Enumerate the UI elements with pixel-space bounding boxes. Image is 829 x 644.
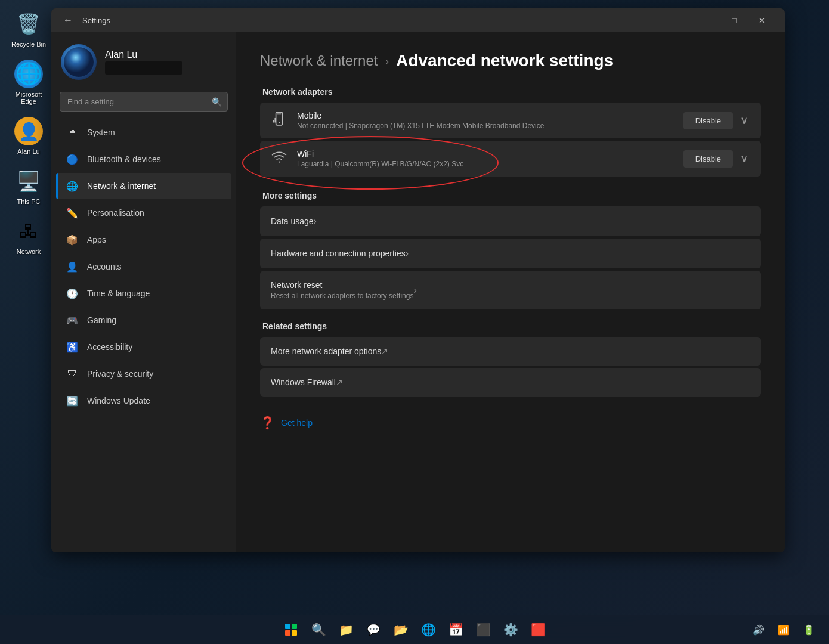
taskbar-right: 🔊 📶 🔋 bbox=[748, 617, 819, 643]
app-taskbar-button[interactable]: 🟥 bbox=[525, 617, 551, 643]
teams-button[interactable]: 💬 bbox=[360, 617, 386, 643]
personalisation-nav-icon: ✏️ bbox=[66, 206, 79, 219]
network-reset-subtitle: Reset all network adapters to factory se… bbox=[271, 292, 413, 300]
user-name: Alan Lu bbox=[105, 49, 182, 60]
breadcrumb: Network & internet › Advanced network se… bbox=[260, 51, 761, 70]
network-nav-icon: 🌐 bbox=[66, 179, 79, 193]
sidebar-item-accessibility[interactable]: ♿Accessibility bbox=[56, 334, 231, 360]
sidebar-item-bluetooth[interactable]: 🔵Bluetooth & devices bbox=[56, 146, 231, 172]
breadcrumb-separator: › bbox=[385, 54, 389, 68]
taskbar-center: 🔍 📁 💬 📂 🌐 📅 ⬛ ⚙️ � bbox=[278, 617, 551, 643]
user-avatar bbox=[61, 44, 97, 80]
network-label: Network bbox=[17, 248, 41, 255]
data-usage-chevron: › bbox=[314, 216, 317, 227]
desktop-icons-container: 🗑️ Recycle Bin 🌐 Microsoft Edge 👤 Alan L… bbox=[0, 0, 57, 265]
svg-point-2 bbox=[279, 122, 280, 123]
network-sys-icon[interactable]: 📶 bbox=[773, 617, 794, 643]
sidebar-item-personalisation[interactable]: ✏️Personalisation bbox=[56, 200, 231, 226]
recycle-bin-label: Recycle Bin bbox=[11, 41, 46, 48]
mobile-expand-button[interactable]: ∨ bbox=[738, 112, 750, 129]
terminal-button[interactable]: ⬛ bbox=[470, 617, 496, 643]
settings-row-network-reset[interactable]: Network reset Reset all network adapters… bbox=[260, 271, 761, 309]
accessibility-nav-icon: ♿ bbox=[66, 340, 79, 354]
search-input[interactable] bbox=[60, 92, 228, 112]
gaming-nav-icon: 🎮 bbox=[66, 314, 79, 327]
time-language-nav-icon: 🕐 bbox=[66, 287, 79, 300]
mobile-adapter-controls: Disable ∨ bbox=[683, 112, 750, 129]
privacy-security-nav-icon: 🛡 bbox=[66, 367, 79, 380]
mobile-adapter-desc: Not connected | Snapdragon (TM) X15 LTE … bbox=[297, 122, 674, 130]
svg-point-6 bbox=[279, 162, 280, 163]
teams-icon: 💬 bbox=[367, 623, 380, 636]
mobile-adapter-name: Mobile bbox=[297, 111, 674, 120]
minimize-button[interactable]: — bbox=[693, 11, 720, 30]
settings-row-hardware[interactable]: Hardware and connection properties › bbox=[260, 239, 761, 268]
firewall-info: Windows Firewall bbox=[271, 377, 336, 387]
search-taskbar-icon: 🔍 bbox=[311, 623, 326, 637]
wifi-adapter-info: WiFi Laguardia | Qualcomm(R) Wi-Fi B/G/N… bbox=[297, 149, 674, 168]
sidebar-item-label-gaming: Gaming bbox=[87, 315, 116, 325]
get-help-row[interactable]: ❓ Get help bbox=[260, 416, 761, 430]
terminal-icon: ⬛ bbox=[476, 623, 491, 637]
related-settings-label: Related settings bbox=[260, 321, 761, 331]
settings-taskbar-icon: ⚙️ bbox=[503, 623, 518, 637]
sidebar-item-label-accessibility: Accessibility bbox=[87, 342, 132, 352]
sidebar: Alan Lu 🔍 🖥System🔵Bluetooth & devices🌐Ne… bbox=[51, 32, 236, 552]
volume-icon[interactable]: 🔊 bbox=[748, 617, 769, 643]
battery-icon[interactable]: 🔋 bbox=[798, 617, 819, 643]
settings-row-firewall[interactable]: Windows Firewall ↗ bbox=[260, 368, 761, 397]
sidebar-item-apps[interactable]: 📦Apps bbox=[56, 227, 231, 253]
sidebar-item-label-privacy-security: Privacy & security bbox=[87, 369, 153, 379]
content-area: Alan Lu 🔍 🖥System🔵Bluetooth & devices🌐Ne… bbox=[51, 32, 785, 552]
sidebar-item-gaming[interactable]: 🎮Gaming bbox=[56, 307, 231, 333]
search-taskbar-button[interactable]: 🔍 bbox=[305, 617, 332, 643]
bluetooth-nav-icon: 🔵 bbox=[66, 153, 79, 166]
file-explorer-button[interactable]: 📁 bbox=[333, 617, 359, 643]
desktop-icon-edge[interactable]: 🌐 Microsoft Edge bbox=[5, 56, 52, 109]
wifi-expand-button[interactable]: ∨ bbox=[738, 150, 750, 168]
recycle-bin-icon: 🗑️ bbox=[14, 10, 43, 38]
edge-taskbar-icon: 🌐 bbox=[421, 623, 436, 637]
more-adapter-title: More network adapter options bbox=[271, 346, 381, 356]
close-button[interactable]: ✕ bbox=[748, 11, 775, 30]
sidebar-item-windows-update[interactable]: 🔄Windows Update bbox=[56, 388, 231, 414]
sidebar-item-time-language[interactable]: 🕐Time & language bbox=[56, 280, 231, 306]
desktop-icon-recycle-bin[interactable]: 🗑️ Recycle Bin bbox=[5, 6, 52, 51]
maximize-button[interactable]: □ bbox=[720, 11, 748, 30]
more-settings-section: More settings Data usage › Hardware and … bbox=[260, 191, 761, 309]
sidebar-item-accounts[interactable]: 👤Accounts bbox=[56, 253, 231, 280]
network-reset-chevron: › bbox=[413, 285, 416, 296]
more-adapter-external-icon: ↗ bbox=[381, 346, 388, 356]
wifi-adapter-icon bbox=[271, 149, 287, 168]
mobile-adapter-info: Mobile Not connected | Snapdragon (TM) X… bbox=[297, 111, 674, 130]
sidebar-item-network[interactable]: 🌐Network & internet bbox=[56, 173, 231, 199]
search-icon: 🔍 bbox=[212, 97, 222, 107]
desktop-icon-network[interactable]: 🖧 Network bbox=[5, 213, 52, 259]
this-pc-label: This PC bbox=[17, 198, 40, 205]
sidebar-search-container: 🔍 bbox=[60, 92, 228, 112]
mobile-disable-button[interactable]: Disable bbox=[683, 112, 733, 129]
desktop-icon-this-pc[interactable]: 🖥️ This PC bbox=[5, 163, 52, 209]
accounts-nav-icon: 👤 bbox=[66, 260, 79, 273]
user-profile[interactable]: Alan Lu bbox=[51, 32, 236, 89]
sidebar-item-privacy-security[interactable]: 🛡Privacy & security bbox=[56, 361, 231, 387]
sidebar-item-system[interactable]: 🖥System bbox=[56, 119, 231, 145]
hardware-title: Hardware and connection properties bbox=[271, 249, 406, 258]
calendar-button[interactable]: 📅 bbox=[443, 617, 469, 643]
app-taskbar-icon: 🟥 bbox=[531, 623, 546, 637]
edge-taskbar-button[interactable]: 🌐 bbox=[415, 617, 441, 643]
file-manager-button[interactable]: 📂 bbox=[388, 617, 414, 643]
settings-row-data-usage[interactable]: Data usage › bbox=[260, 206, 761, 236]
desktop-icon-alan-lu[interactable]: 👤 Alan Lu bbox=[5, 113, 52, 159]
back-button[interactable]: ← bbox=[61, 13, 75, 28]
adapter-card-mobile: Mobile Not connected | Snapdragon (TM) X… bbox=[260, 103, 761, 138]
sidebar-item-label-apps: Apps bbox=[87, 235, 106, 244]
file-explorer-icon: 📁 bbox=[339, 623, 354, 637]
settings-row-more-adapter[interactable]: More network adapter options ↗ bbox=[260, 337, 761, 366]
network-icon: 🖧 bbox=[14, 217, 43, 246]
settings-taskbar-button[interactable]: ⚙️ bbox=[497, 617, 524, 643]
wifi-disable-button[interactable]: Disable bbox=[683, 150, 733, 168]
start-button[interactable] bbox=[278, 617, 304, 643]
breadcrumb-current: Advanced network settings bbox=[396, 51, 613, 70]
firewall-title: Windows Firewall bbox=[271, 377, 336, 387]
